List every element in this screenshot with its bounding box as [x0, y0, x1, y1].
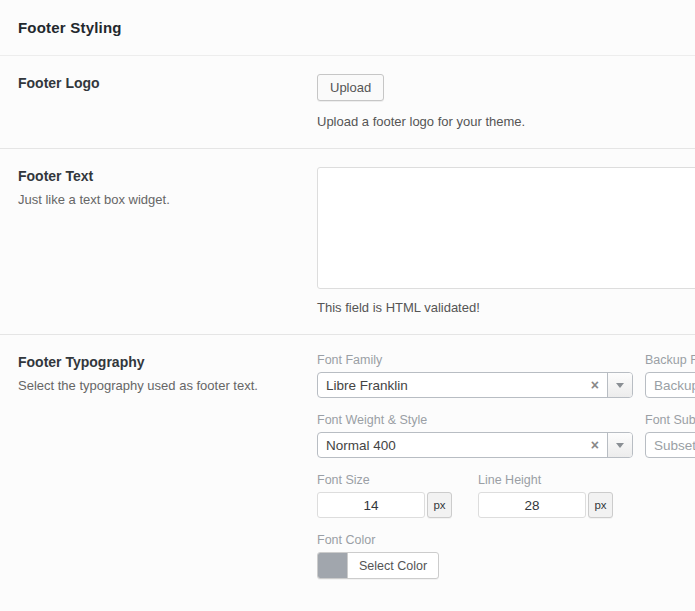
clear-icon[interactable]: × [587, 433, 607, 457]
font-size-unit: px [427, 492, 452, 518]
chevron-down-icon[interactable] [607, 433, 632, 457]
backup-font-family-placeholder: Backup Font Family [646, 373, 695, 397]
section-footer-logo: Footer Logo Upload Upload a footer logo … [0, 56, 695, 148]
font-subsets-placeholder: Subsets [646, 433, 695, 457]
font-family-select[interactable]: Libre Franklin × [317, 372, 633, 398]
font-size-label: Font Size [317, 473, 452, 487]
chevron-down-icon[interactable] [607, 373, 632, 397]
line-height-label: Line Height [478, 473, 613, 487]
backup-font-family-select[interactable]: Backup Font Family [645, 372, 695, 398]
font-weight-style-value: Normal 400 [318, 433, 587, 457]
section-footer-text: Footer Text Just like a text box widget.… [0, 148, 695, 334]
clear-icon[interactable]: × [587, 373, 607, 397]
line-height-input[interactable] [478, 492, 586, 518]
upload-button[interactable]: Upload [317, 74, 384, 101]
select-color-button-label: Select Color [348, 553, 438, 578]
color-swatch-icon [318, 553, 348, 578]
footer-typography-label: Footer Typography [18, 354, 317, 370]
footer-text-label: Footer Text [18, 168, 317, 184]
font-weight-style-select[interactable]: Normal 400 × [317, 432, 633, 458]
line-height-unit: px [588, 492, 613, 518]
font-size-input[interactable] [317, 492, 425, 518]
font-weight-style-label: Font Weight & Style [317, 413, 633, 427]
footer-logo-label: Footer Logo [18, 75, 317, 91]
footer-typography-subtitle: Select the typography used as footer tex… [18, 378, 317, 393]
select-color-button[interactable]: Select Color [317, 552, 439, 579]
footer-text-description: This field is HTML validated! [317, 300, 695, 315]
font-color-label: Font Color [317, 533, 439, 547]
font-subsets-select[interactable]: Subsets [645, 432, 695, 458]
backup-font-family-label: Backup Font Family [645, 353, 695, 367]
font-family-value: Libre Franklin [318, 373, 587, 397]
section-footer-typography: Footer Typography Select the typography … [0, 334, 695, 598]
footer-text-subtitle: Just like a text box widget. [18, 192, 317, 207]
page-title: Footer Styling [18, 19, 122, 36]
font-subsets-label: Font Subsets [645, 413, 695, 427]
footer-text-textarea[interactable] [317, 167, 695, 289]
footer-logo-description: Upload a footer logo for your theme. [317, 114, 695, 129]
panel-header: Footer Styling [0, 0, 695, 56]
font-family-label: Font Family [317, 353, 633, 367]
